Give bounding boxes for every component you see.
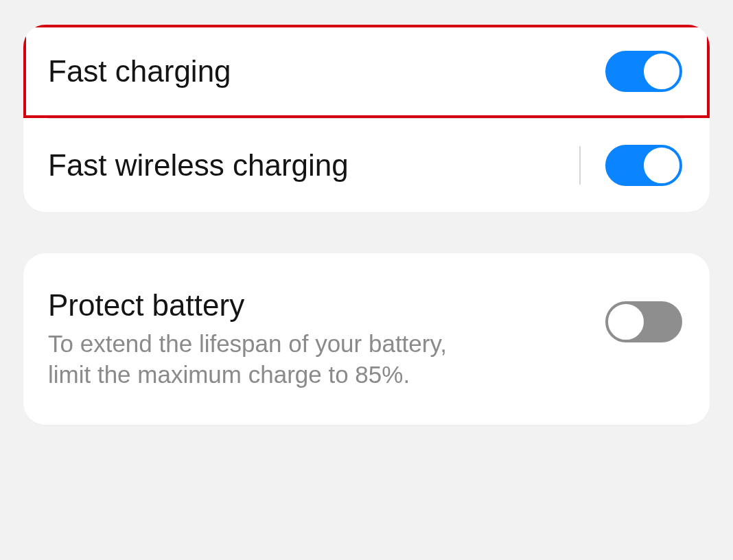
charging-settings-card: Fast charging Fast wireless charging bbox=[23, 25, 710, 212]
fast-wireless-charging-toggle-wrap bbox=[579, 145, 682, 186]
toggle-knob bbox=[642, 146, 681, 185]
fast-wireless-charging-title: Fast wireless charging bbox=[48, 148, 563, 184]
protect-battery-toggle-wrap bbox=[605, 301, 682, 342]
fast-charging-toggle[interactable] bbox=[605, 51, 682, 92]
fast-charging-text: Fast charging bbox=[48, 54, 605, 90]
protect-battery-title: Protect battery bbox=[48, 288, 589, 324]
fast-charging-row[interactable]: Fast charging bbox=[23, 25, 710, 118]
fast-charging-title: Fast charging bbox=[48, 54, 589, 90]
protect-battery-text: Protect battery To extend the lifespan o… bbox=[48, 288, 605, 390]
fast-wireless-charging-toggle[interactable] bbox=[605, 145, 682, 186]
fast-wireless-charging-text: Fast wireless charging bbox=[48, 148, 579, 184]
fast-wireless-charging-row[interactable]: Fast wireless charging bbox=[23, 119, 710, 212]
protect-battery-toggle[interactable] bbox=[605, 301, 682, 342]
protect-battery-row[interactable]: Protect battery To extend the lifespan o… bbox=[23, 253, 710, 425]
toggle-knob bbox=[607, 303, 645, 341]
toggle-separator bbox=[579, 146, 581, 185]
protect-battery-description: To extend the lifespan of your battery, … bbox=[48, 328, 487, 390]
toggle-knob bbox=[642, 52, 681, 91]
battery-settings-card: Protect battery To extend the lifespan o… bbox=[23, 253, 710, 425]
fast-charging-toggle-wrap bbox=[605, 51, 682, 92]
